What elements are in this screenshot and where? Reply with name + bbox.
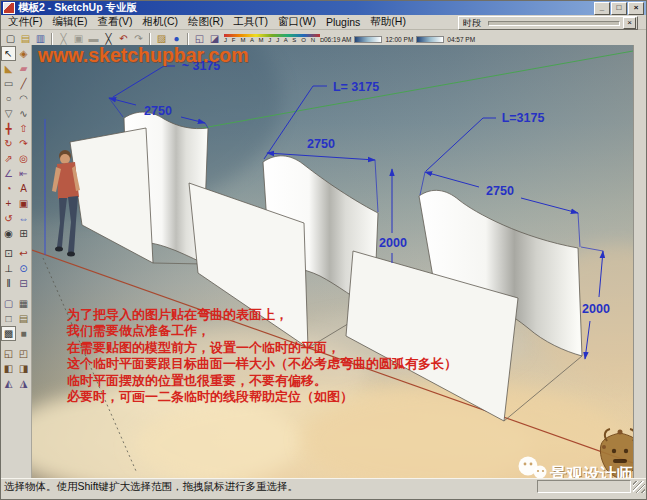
zoom-previous-button-icon[interactable]: ↩: [16, 246, 31, 261]
position-camera-tool-icon[interactable]: ⊥: [1, 261, 16, 276]
note-line-3: 在需要贴图的模型前方，设置一个临时的平面，: [66, 340, 340, 355]
sunrise-time: 06:19 AM: [324, 36, 351, 43]
zoom-window-tool-icon[interactable]: ⊞: [16, 226, 31, 241]
shadows-dialog-button-icon[interactable]: ◮: [16, 376, 31, 391]
shadows-toggle-button-icon[interactable]: ◭: [1, 376, 16, 391]
minimize-button[interactable]: _: [594, 2, 610, 15]
freehand-tool-icon[interactable]: ∿: [16, 106, 31, 121]
sketchup-window: 模板2 - SketchUp 专业版 _ □ × 文件(F) 编辑(E) 查看(…: [0, 0, 647, 500]
shadow-toggle-button[interactable]: ◪: [207, 32, 222, 46]
shadow-time-controls[interactable]: 06:19 AM 12:00 PM 04:57 PM: [324, 36, 475, 43]
menu-edit[interactable]: 编辑(E): [47, 15, 92, 29]
paint-bucket-tool-icon[interactable]: ◣: [1, 61, 16, 76]
menu-draw[interactable]: 绘图(R): [183, 15, 229, 29]
measurements-box[interactable]: [537, 480, 631, 493]
title-bar[interactable]: 模板2 - SketchUp 专业版 _ □ ×: [1, 1, 646, 15]
note-line-4: 这个临时平面要跟目标曲面一样大小（不必考虑弯曲的圆弧有多长）: [67, 356, 457, 371]
shadow-date-slider[interactable]: J F M A M J J A S O N D: [224, 34, 320, 44]
xray-style-button-icon[interactable]: ▢: [1, 296, 16, 311]
time-slider-groove-right[interactable]: [416, 36, 444, 43]
maximize-button[interactable]: □: [611, 2, 627, 15]
zoom-tool-icon[interactable]: ◉: [1, 226, 16, 241]
save-button[interactable]: ▥: [33, 32, 48, 46]
menu-view[interactable]: 查看(V): [92, 15, 137, 29]
delete-button[interactable]: ╳: [101, 32, 116, 46]
push-pull-tool-icon[interactable]: ⇧: [16, 121, 31, 136]
paste-button[interactable]: ▬: [86, 32, 101, 46]
toolbar-separator: [187, 33, 189, 45]
month-letters: J F M A M J J A S O N D: [224, 37, 320, 44]
follow-me-tool-icon[interactable]: ↷: [16, 136, 31, 151]
texture-button[interactable]: ▨: [154, 32, 169, 46]
note-line-6: 必要时，可画一二条临时的线段帮助定位（如图）: [66, 389, 353, 404]
protractor-tool-icon[interactable]: ◔: [1, 181, 16, 196]
rotate-tool-icon[interactable]: ↻: [1, 136, 16, 151]
offset-tool-icon[interactable]: ◎: [16, 151, 31, 166]
top-view-button-icon[interactable]: ◰: [16, 346, 31, 361]
section-plane-tool-icon[interactable]: ⊟: [16, 276, 31, 291]
wireframe-style-button-icon[interactable]: ▦: [16, 296, 31, 311]
walk-tool-icon[interactable]: ‖: [1, 276, 16, 291]
monochrome-style-button-icon[interactable]: ■: [16, 326, 31, 341]
model-info-button[interactable]: ●: [169, 32, 184, 46]
logo-text: 景观设计师 景观设计师: [549, 465, 633, 478]
3d-text-tool-icon[interactable]: ▣: [16, 196, 31, 211]
menu-file[interactable]: 文件(F): [3, 15, 47, 29]
new-document-button[interactable]: ▢: [3, 32, 18, 46]
time-slider[interactable]: [488, 21, 620, 26]
shadow-dialog-button[interactable]: ◱: [192, 32, 207, 46]
pan-tool-icon[interactable]: ⇔: [16, 211, 31, 226]
front-view-button-icon[interactable]: ◧: [1, 361, 16, 376]
drawing-canvas[interactable]: ~ 3175 2750 L= 3175 2750 2000 L=3175 275…: [32, 45, 633, 478]
dimension-tool-icon[interactable]: ⇤: [16, 166, 31, 181]
hidden-line-style-button-icon[interactable]: □: [1, 311, 16, 326]
undo-button[interactable]: ↶: [116, 32, 131, 46]
resize-grip[interactable]: [633, 481, 645, 493]
scale-tool-icon[interactable]: ⇗: [1, 151, 16, 166]
zoom-extents-button-icon[interactable]: ⊡: [1, 246, 16, 261]
tape-measure-tool-icon[interactable]: ∠: [1, 166, 16, 181]
sunset-time: 04:57 PM: [447, 36, 475, 43]
menu-camera[interactable]: 相机(C): [137, 15, 183, 29]
menu-plugins[interactable]: Plugins: [321, 16, 365, 28]
look-around-tool-icon[interactable]: ⊙: [16, 261, 31, 276]
toolbar-close-icon[interactable]: ×: [623, 17, 636, 29]
window-right-border: [633, 45, 647, 478]
cut-button[interactable]: ╳: [56, 32, 71, 46]
dim-label-arc2: L= 3175: [333, 80, 379, 94]
make-component-tool-icon[interactable]: ◈: [16, 46, 31, 61]
close-button[interactable]: ×: [628, 2, 644, 15]
main-area: ↖◈◣▰▭╱○◠▽∿╋⇧↻↷⇗◎∠⇤◔A+▣↺⇔◉⊞⊡↩⊥⊙‖⊟▢▦□▤▩■◱◰…: [1, 45, 647, 478]
menu-window[interactable]: 窗口(W): [273, 15, 321, 29]
model-viewport[interactable]: ~ 3175 2750 L= 3175 2750 2000 L=3175 275…: [32, 45, 633, 478]
shaded-style-button-icon[interactable]: ▤: [16, 311, 31, 326]
dim-label-h2: 2000: [582, 302, 610, 316]
axes-tool-icon[interactable]: +: [1, 196, 16, 211]
app-icon: [3, 2, 15, 14]
redo-button[interactable]: ↷: [131, 32, 146, 46]
menu-help[interactable]: 帮助(H): [365, 15, 411, 29]
polygon-tool-icon[interactable]: ▽: [1, 106, 16, 121]
status-hint: 选择物体。使用Shift键扩大选择范围，拖拽鼠标进行多重选择。: [4, 480, 298, 494]
right-view-button-icon[interactable]: ◨: [16, 361, 31, 376]
shadow-date-time-controls[interactable]: J F M A M J J A S O N D 06:19 AM 12:00 P…: [224, 34, 475, 44]
copy-button[interactable]: ▣: [71, 32, 86, 46]
circle-tool-icon[interactable]: ○: [1, 91, 16, 106]
arc-tool-icon[interactable]: ◠: [16, 91, 31, 106]
shadow-time-slider-toolbar[interactable]: 时段 ×: [458, 16, 638, 30]
shaded-textures-style-button-icon[interactable]: ▩: [1, 326, 16, 341]
dim-label-w3: 2750: [486, 184, 514, 198]
orbit-tool-icon[interactable]: ↺: [1, 211, 16, 226]
text-tool-icon[interactable]: A: [16, 181, 31, 196]
menu-tools[interactable]: 工具(T): [229, 15, 273, 29]
select-tool-icon[interactable]: ↖: [1, 46, 16, 61]
line-tool-icon[interactable]: ╱: [16, 76, 31, 91]
eraser-tool-icon[interactable]: ▰: [16, 61, 31, 76]
move-tool-icon[interactable]: ╋: [1, 121, 16, 136]
left-tool-palette: ↖◈◣▰▭╱○◠▽∿╋⇧↻↷⇗◎∠⇤◔A+▣↺⇔◉⊞⊡↩⊥⊙‖⊟▢▦□▤▩■◱◰…: [1, 45, 32, 478]
rectangle-tool-icon[interactable]: ▭: [1, 76, 16, 91]
iso-view-button-icon[interactable]: ◱: [1, 346, 16, 361]
open-button[interactable]: ▤: [18, 32, 33, 46]
toolbar-separator: [51, 33, 53, 45]
time-slider-groove-left[interactable]: [354, 36, 382, 43]
